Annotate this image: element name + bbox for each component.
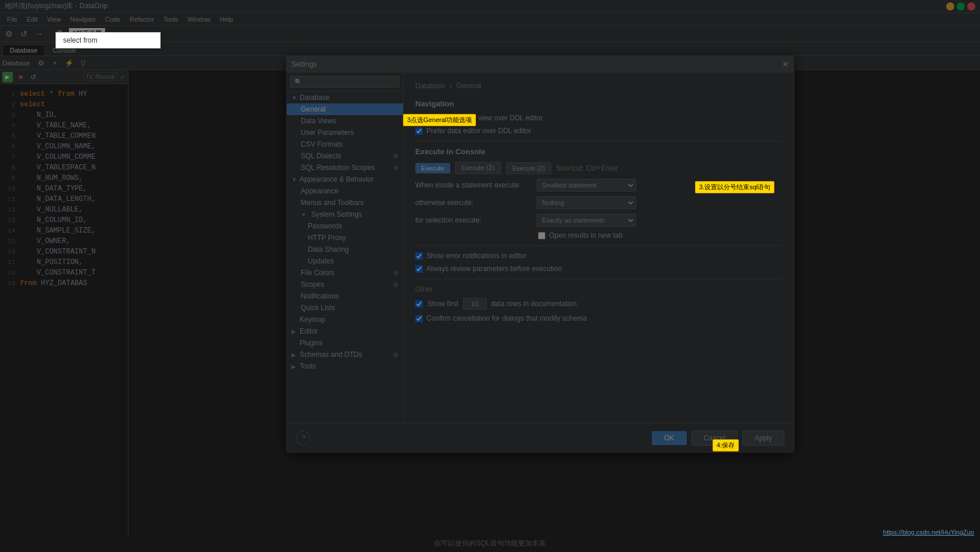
autocomplete-popup[interactable]: select from bbox=[55, 32, 161, 48]
annotation-step3: 3点选General功能选项 bbox=[403, 114, 476, 126]
annotation-step4: 4:保存 bbox=[713, 439, 739, 452]
watermark: https://blog.csdn.net/HuYingZuo bbox=[883, 529, 974, 536]
popup-text: select from bbox=[63, 36, 98, 44]
annotation-step3b: 3.设置以分号结束sql语句 bbox=[695, 181, 774, 193]
dialog-overlay bbox=[0, 0, 980, 552]
